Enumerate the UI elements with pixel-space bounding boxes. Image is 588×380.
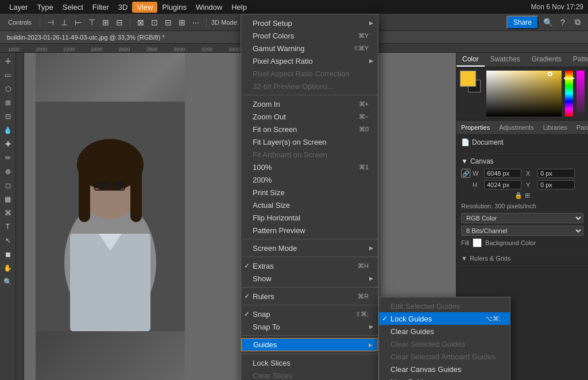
svg-rect-5 [79,165,90,222]
opacity-strip[interactable] [577,71,585,117]
canvas-width-input[interactable] [484,169,521,178]
menu-200[interactable]: 200% [241,173,378,186]
menu-100[interactable]: 100% ⌘1 [241,161,378,173]
tool-move[interactable]: ✛ [2,55,14,68]
color-panel: Color Swatches Gradients Patterns ≡ [457,53,588,121]
toolbar-more-icon[interactable]: ··· [190,17,202,28]
menu-pattern-preview[interactable]: Pattern Preview [241,224,378,236]
tool-gradient[interactable]: ▦ [2,193,14,205]
guides-clear-canvas[interactable]: Clear Canvas Guides [379,363,510,375]
toolbar-distribute-2-icon[interactable]: ⊡ [149,17,160,28]
foreground-color-swatch[interactable] [460,71,476,87]
menu-rulers[interactable]: ✓ Rulers ⌘R [241,290,378,303]
doc-section-header[interactable]: 📄 Document [461,138,583,146]
menu-item-type[interactable]: Type [33,2,58,13]
menu-zoom-out[interactable]: Zoom Out ⌘− [241,110,378,123]
tool-clone[interactable]: ⊕ [2,165,14,178]
guides-lock-guides[interactable]: ✓ Lock Guides ⌥⌘; [379,312,510,325]
menu-item-select[interactable]: Select [58,2,88,13]
menu-sep-2 [241,239,378,239]
menu-actual-size[interactable]: Actual Size [241,199,378,211]
menu-proof-colors[interactable]: Proof Colors ⌘Y [241,29,378,42]
tool-hand[interactable]: ✋ [2,262,14,274]
menu-fit-on-screen[interactable]: Fit on Screen ⌘0 [241,123,378,135]
menu-lock-slices[interactable]: Lock Slices [241,356,378,369]
tool-brush[interactable]: ✏ [2,152,14,164]
bits-select[interactable]: 8 Bits/Channel 16 Bits/Channel 32 Bits/C… [461,226,583,236]
color-gradient-box[interactable] [486,71,562,117]
tool-crop[interactable]: ⊡ [2,110,14,123]
menu-snap[interactable]: ✓ Snap ⇧⌘; [241,308,378,320]
toolbar-distribute-4-icon[interactable]: ⊞ [176,17,188,28]
toolbar-arrange-icon[interactable]: ⧉ [572,17,583,28]
rulers-grids-header[interactable]: ▼ Rulers & Grids [461,255,583,262]
menu-proof-setup[interactable]: Proof Setup [241,17,378,29]
tool-shape[interactable]: ◼ [2,248,14,261]
tool-path-select[interactable]: ↖ [2,234,14,247]
tab-gradients[interactable]: Gradients [526,53,567,67]
menu-item-plugins[interactable]: Plugins [157,2,191,13]
hue-strip[interactable] [565,71,573,117]
menu-item-filter[interactable]: Filter [88,2,114,13]
canvas-height-input[interactable] [484,180,521,189]
fill-color-swatch[interactable] [473,238,482,247]
prop-tab-libraries[interactable]: Libraries [539,122,572,133]
canvas-section-header[interactable]: ▼ Canvas [461,157,583,165]
menu-item-view[interactable]: View [132,2,157,13]
toolbar-align-left-icon[interactable]: ⊣ [45,17,56,28]
prop-tab-adjustments[interactable]: Adjustments [494,122,539,133]
menu-screen-mode[interactable]: Screen Mode [241,242,378,254]
menu-proof-setup-label: Proof Setup [253,19,292,28]
tool-healing[interactable]: ✚ [2,138,14,150]
menu-item-help[interactable]: Help [227,2,252,13]
tool-object-select[interactable]: ⊞ [2,96,14,109]
tool-zoom[interactable]: 🔍 [2,276,14,288]
menu-fit-layers-on-screen[interactable]: Fit Layer(s) on Screen [241,135,378,148]
tab-color[interactable]: Color [457,53,485,67]
menu-show[interactable]: Show [241,272,378,285]
menu-item-layer[interactable]: Layer [5,2,33,13]
prop-tab-paragraph[interactable]: Paragraph [572,122,588,133]
canvas-y-input[interactable] [537,180,575,189]
guides-clear-guides[interactable]: Clear Guides [379,325,510,338]
link-icon[interactable]: 🔗 [461,169,470,178]
menu-item-window[interactable]: Window [191,2,227,13]
menu-flip-horizontal[interactable]: Flip Horizontal [241,211,378,224]
toolbar-distribute-1-icon[interactable]: ⊠ [135,17,146,28]
tool-pen[interactable]: ⌘ [2,207,14,219]
tab-patterns[interactable]: Patterns [567,53,588,67]
menu-zoom-in-shortcut: ⌘+ [359,100,369,108]
guides-lock-guides-shortcut: ⌥⌘; [485,315,501,323]
toolbar-align-bottom-icon[interactable]: ⊟ [114,17,125,28]
toolbar-align-mid-icon[interactable]: ⊞ [100,17,111,28]
guides-new-guide[interactable]: New Guide... [379,375,510,380]
doc-section: 📄 Document [457,135,588,154]
menu-item-3d[interactable]: 3D [114,2,133,13]
toolbar-align-top-icon[interactable]: ⊤ [86,17,98,28]
menu-pixel-aspect-ratio[interactable]: Pixel Aspect Ratio [241,55,378,67]
menu-proof-colors-label: Proof Colors [253,32,294,40]
toolbar-align-right-icon[interactable]: ⊢ [72,17,84,28]
toolbar-align-center-icon[interactable]: ⊥ [59,17,70,28]
mode-select[interactable]: RGB Color CMYK Color Grayscale [461,213,583,223]
tab-swatches[interactable]: Swatches [485,53,526,67]
tool-eraser[interactable]: ◻ [2,179,14,192]
menu-zoom-in[interactable]: Zoom In ⌘+ [241,98,378,110]
tool-marquee[interactable]: ▭ [2,69,14,82]
width-label: W [473,170,482,177]
prop-tab-properties[interactable]: Properties [457,122,494,133]
toolbar-distribute-3-icon[interactable]: ⊟ [163,17,174,28]
share-button[interactable]: Share [506,15,539,29]
canvas-x-input[interactable] [537,169,575,178]
menu-guides[interactable]: Guides [241,338,378,351]
doc-icon: 📄 [461,138,470,146]
tool-type[interactable]: T [2,220,14,233]
tool-eyedropper[interactable]: 💧 [2,124,14,137]
menu-print-size[interactable]: Print Size [241,186,378,199]
menu-gamut-warning[interactable]: Gamut Warning ⇧⌘Y [241,42,378,55]
menu-snap-to[interactable]: Snap To [241,320,378,333]
toolbar-search-icon[interactable]: 🔍 [542,17,554,28]
toolbar-help-icon[interactable]: ? [557,17,568,28]
tool-lasso[interactable]: ⬡ [2,83,14,95]
menu-extras[interactable]: ✓ Extras ⌘H [241,259,378,272]
